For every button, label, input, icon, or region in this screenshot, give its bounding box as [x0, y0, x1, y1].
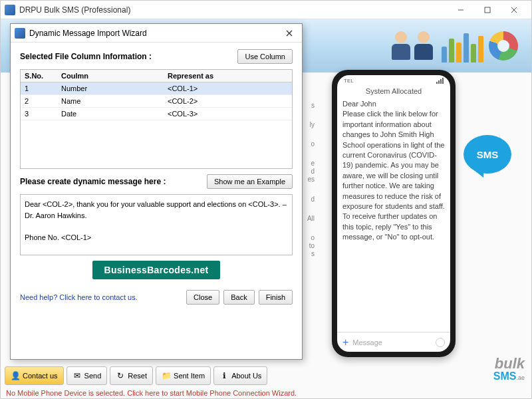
envelope-icon: ✉	[72, 371, 82, 380]
close-button[interactable]	[501, 2, 527, 18]
pie-chart-graphic	[489, 31, 518, 61]
bar-chart-graphic	[442, 29, 483, 63]
dialog-icon	[15, 28, 25, 39]
sms-bubble-graphic: SMS	[464, 135, 511, 174]
about-us-button[interactable]: ℹAbout Us	[213, 366, 267, 385]
minimize-button[interactable]	[448, 2, 474, 18]
table-row[interactable]: 2 Name <COL-2>	[21, 95, 292, 108]
folder-icon: 📁	[162, 371, 171, 380]
help-link[interactable]: Need help? Click here to contact us.	[20, 293, 182, 301]
svg-rect-1	[485, 7, 490, 13]
reset-button[interactable]: ↻Reset	[110, 366, 153, 385]
contact-us-button[interactable]: 👤Contact us	[5, 366, 64, 385]
sent-item-button[interactable]: 📁Sent Item	[156, 366, 211, 385]
emoji-icon[interactable]	[436, 338, 445, 347]
maximize-button[interactable]	[474, 2, 501, 18]
column-table: S.No. Coulmn Represent as 1 Number <COL-…	[20, 69, 293, 169]
app-icon	[5, 5, 15, 15]
window-title: DRPU Bulk SMS (Professional)	[19, 5, 448, 15]
dialog-close-button[interactable]	[281, 27, 298, 40]
background-fragments: s ly o e d es d All o to s	[305, 102, 319, 258]
main-titlebar: DRPU Bulk SMS (Professional)	[1, 1, 531, 19]
plus-icon[interactable]: +	[342, 336, 348, 348]
phone-preview: TEL System Allocated Dear John Please cl…	[332, 70, 456, 357]
phone-status-bar: TEL	[337, 75, 450, 86]
status-bar-warning[interactable]: No Mobile Phone Device is selected. Clic…	[6, 389, 297, 397]
message-placeholder[interactable]: Message	[352, 338, 432, 346]
dialog-back-btn[interactable]: Back	[223, 290, 254, 305]
th-column: Coulmn	[57, 70, 164, 82]
info-icon: ℹ	[219, 371, 229, 380]
signal-icon	[436, 78, 444, 84]
send-button[interactable]: ✉Send	[66, 366, 108, 385]
bottom-toolbar: 👤Contact us ✉Send ↻Reset 📁Sent Item ℹAbo…	[5, 366, 527, 385]
person-icon: 👤	[11, 371, 20, 380]
section-label: Selected File Column Information :	[20, 52, 152, 61]
carrier-label: TEL	[344, 78, 354, 84]
dialog-titlebar: Dynamic Message Import Wizard	[11, 24, 302, 43]
dynamic-message-label: Please create dynamic message here :	[20, 177, 166, 186]
phone-input-bar: + Message	[337, 332, 450, 352]
dialog-close-btn[interactable]: Close	[186, 290, 219, 305]
use-column-button[interactable]: Use Column	[237, 49, 293, 64]
brand-badge: BusinessBarcodes.net	[92, 261, 221, 279]
th-sno: S.No.	[21, 70, 57, 82]
phone-message-body: Dear John Please click the link below fo…	[337, 99, 450, 332]
show-example-button[interactable]: Show me an Example	[207, 174, 293, 189]
phone-sender-title: System Allocated	[337, 86, 450, 99]
dialog-title: Dynamic Message Import Wizard	[29, 29, 281, 38]
refresh-icon: ↻	[116, 371, 125, 380]
dialog-finish-btn[interactable]: Finish	[259, 290, 293, 305]
dynamic-message-textarea[interactable]: Dear <COL-2>, thank you for your valuabl…	[20, 194, 293, 255]
table-row[interactable]: 1 Number <COL-1>	[21, 82, 292, 95]
people-graphic	[390, 31, 435, 61]
import-wizard-dialog: Dynamic Message Import Wizard Selected F…	[10, 23, 303, 360]
table-row[interactable]: 3 Date <COL-3>	[21, 108, 292, 120]
th-represent: Represent as	[164, 70, 292, 82]
